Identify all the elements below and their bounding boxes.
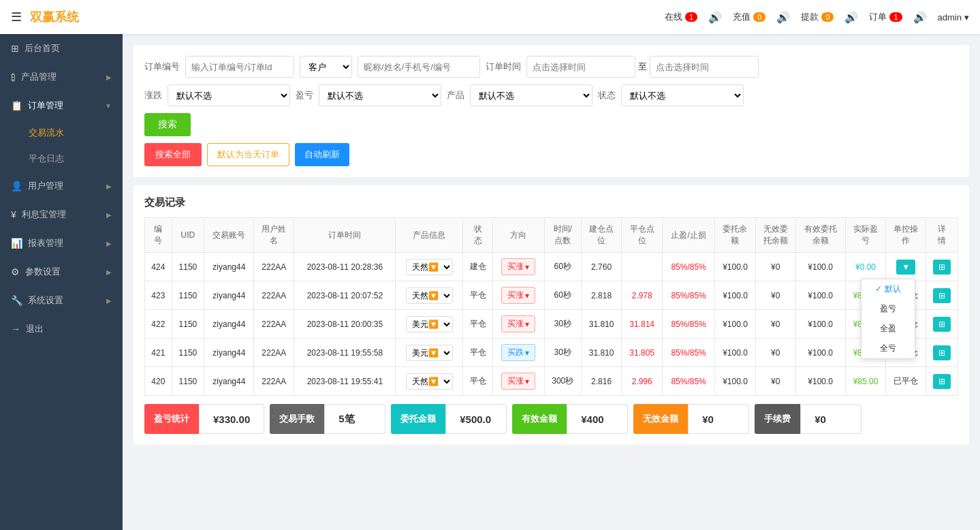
order-icon[interactable]: 🔊: [913, 11, 927, 24]
cell-username: 222AA: [254, 281, 294, 310]
params-arrow-icon: ▶: [106, 268, 112, 276]
recharge-icon[interactable]: 🔊: [776, 11, 790, 24]
product-dropdown[interactable]: 天然🔽: [406, 259, 453, 275]
withdraw-icon[interactable]: 🔊: [844, 11, 858, 24]
stat-item-2: 委托金额 ¥500.0: [391, 404, 512, 434]
sidebar-item-params[interactable]: ⚙ 参数设置 ▶: [0, 258, 123, 286]
detail-button[interactable]: ⊞: [933, 288, 951, 303]
users-icon: 👤: [11, 181, 22, 191]
detail-button[interactable]: ⊞: [933, 317, 951, 332]
sidebar-item-transactions[interactable]: 交易流水: [0, 120, 123, 146]
stop-value: 85%/85%: [671, 348, 706, 358]
sidebar-item-users[interactable]: 👤 用户管理 ▶: [0, 172, 123, 200]
th-valid-trust: 有效委托余额: [795, 218, 845, 253]
table-row: 421 1150 ziyang44 222AA 2023-08-11 19:55…: [145, 339, 958, 367]
customer-type-select[interactable]: 客户 用户名 手机号: [300, 56, 352, 78]
cell-time-points: 30秒: [544, 339, 581, 367]
auto-refresh-button[interactable]: 自动刷新: [295, 143, 349, 166]
dropdown-item-profit[interactable]: 盈亏: [862, 299, 915, 319]
operation-btn[interactable]: ▼: [896, 260, 915, 275]
sidebar-label-dashboard: 后台首页: [25, 42, 60, 54]
online-icon[interactable]: 🔊: [708, 11, 722, 24]
order-time-label: 订单时间: [486, 61, 521, 73]
cell-direction: 买跌 ▾: [493, 339, 545, 367]
rise-select[interactable]: 默认不选 涨 跌: [168, 84, 290, 106]
th-order-time: 订单时间: [294, 218, 396, 253]
direction-tag[interactable]: 买涨 ▾: [501, 287, 535, 304]
sidebar-item-products[interactable]: ₿ 产品管理 ▶: [0, 63, 123, 91]
search-button[interactable]: 搜索: [144, 113, 191, 136]
stat-label-5: 手续费: [755, 404, 800, 434]
direction-tag[interactable]: 买涨 ▾: [501, 258, 535, 275]
cell-open-price: 31.810: [581, 310, 622, 339]
cell-detail: ⊞: [926, 310, 958, 339]
search-all-button[interactable]: 搜索全部: [144, 143, 202, 166]
cell-status: 平仓: [462, 310, 492, 339]
direction-tag[interactable]: 买涨 ▾: [501, 373, 535, 390]
order-id-input[interactable]: [185, 56, 294, 78]
cell-product: 天然🔽: [396, 253, 462, 281]
cell-product: 天然🔽: [396, 367, 462, 396]
cell-close-price: [622, 253, 663, 281]
product-dropdown[interactable]: 天然🔽: [406, 373, 453, 390]
cell-detail: ⊞: [926, 339, 958, 367]
status-select[interactable]: 默认不选: [621, 84, 744, 106]
cell-trust: ¥100.0: [715, 253, 756, 281]
detail-button[interactable]: ⊞: [933, 260, 951, 275]
detail-button[interactable]: ⊞: [933, 374, 951, 389]
cell-account: ziyang44: [204, 253, 254, 281]
th-trust: 委托余额: [715, 218, 756, 253]
product-dropdown[interactable]: 天然🔽: [406, 287, 453, 304]
cell-product: 美元🔽: [396, 310, 462, 339]
top-header: ☰ 双赢系统 在线 1 🔊 充值 0 🔊 提款 0 🔊 订单 1 🔊 admin…: [0, 0, 980, 34]
cell-time-points: 300秒: [544, 367, 581, 396]
dropdown-item-all-profit[interactable]: 全盈: [862, 319, 915, 339]
interest-arrow-icon: ▶: [106, 211, 112, 219]
cell-close-price: 2.978: [622, 281, 663, 310]
cell-status: 平仓: [462, 367, 492, 396]
product-select[interactable]: 默认不选: [470, 84, 592, 106]
direction-arrow: ▾: [525, 348, 529, 358]
dropdown-item-default[interactable]: ✓ 默认: [862, 279, 915, 299]
cell-id: 420: [145, 367, 172, 396]
detail-button[interactable]: ⊞: [933, 345, 951, 360]
sidebar-item-reports[interactable]: 📊 报表管理 ▶: [0, 229, 123, 258]
sidebar-item-interest[interactable]: ¥ 利息宝管理 ▶: [0, 200, 123, 229]
sidebar-label-system: 系统设置: [28, 294, 63, 307]
sidebar-item-orders[interactable]: 📋 订单管理 ▼: [0, 91, 123, 120]
cell-order-time: 2023-08-11 20:07:52: [294, 281, 396, 310]
direction-tag[interactable]: 买涨 ▾: [501, 315, 535, 332]
profit-select[interactable]: 默认不选 盈利 亏损: [319, 84, 441, 106]
date-start-input[interactable]: [526, 56, 635, 78]
default-today-button[interactable]: 默认为当天订单: [207, 143, 289, 166]
cell-username: 222AA: [254, 253, 294, 281]
filter-row-3: 搜索: [144, 113, 958, 136]
menu-icon[interactable]: ☰: [11, 10, 22, 25]
sidebar-item-daily-log[interactable]: 平仓日志: [0, 146, 123, 172]
product-label: 产品: [447, 89, 464, 102]
cell-stop: 85%/85%: [662, 310, 714, 339]
sidebar-item-system[interactable]: 🔧 系统设置 ▶: [0, 286, 123, 315]
cell-status: 建仓: [462, 253, 492, 281]
cell-trust: ¥100.0: [715, 310, 756, 339]
cell-stop: 85%/85%: [662, 281, 714, 310]
sidebar-item-dashboard[interactable]: ⊞ 后台首页: [0, 34, 123, 63]
dropdown-item-all-loss[interactable]: 全亏: [862, 339, 915, 358]
rise-label: 涨跌: [144, 89, 162, 102]
sidebar-item-logout[interactable]: → 退出: [0, 315, 123, 343]
date-end-input[interactable]: [650, 56, 759, 78]
recharge-count: 0: [753, 12, 765, 22]
stat-value-5: ¥0: [800, 404, 862, 434]
customer-search-input[interactable]: [358, 56, 480, 78]
cell-trust: ¥100.0: [715, 281, 756, 310]
action-select-wrap: ▼ ✓ 默认 盈亏 全盈 全亏: [896, 260, 915, 275]
users-arrow-icon: ▶: [106, 183, 112, 190]
product-dropdown[interactable]: 美元🔽: [406, 316, 453, 332]
direction-tag[interactable]: 买跌 ▾: [501, 344, 535, 361]
sidebar-label-orders: 订单管理: [28, 99, 63, 112]
admin-arrow-icon: ▾: [964, 12, 969, 22]
cell-valid-trust: ¥100.0: [795, 339, 845, 367]
admin-button[interactable]: admin ▾: [938, 12, 969, 22]
product-dropdown[interactable]: 美元🔽: [406, 345, 453, 361]
stat-value-2: ¥500.0: [445, 404, 507, 434]
